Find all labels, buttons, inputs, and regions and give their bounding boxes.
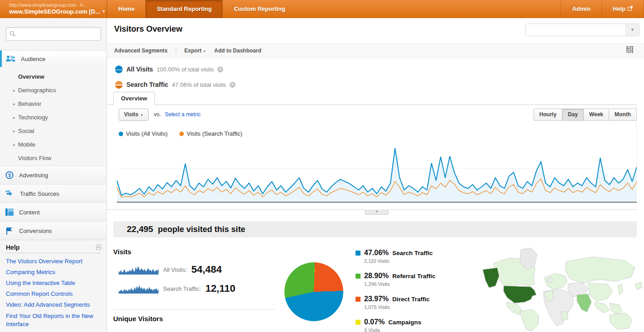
help-link[interactable]: Comparing Metrics <box>6 267 101 278</box>
expand-caret-icon: ▸ <box>13 84 15 97</box>
profile-name: www.SimpleSEOGroup.com [D... <box>9 8 100 15</box>
help-link[interactable]: Using the Interactive Table <box>6 278 101 289</box>
chevron-down-icon: ▼ <box>625 24 639 36</box>
legend-square <box>356 251 360 256</box>
sidebar-item-audience[interactable]: Audience <box>0 50 106 67</box>
sidebar-item-behavior[interactable]: ▸Behavior <box>0 97 106 111</box>
sidebar-item-conversions[interactable]: Conversions <box>0 221 106 240</box>
expand-caret-icon: ▸ <box>13 138 15 152</box>
main-content: Visitors Overview ▼ Advanced Segments Ex… <box>107 18 644 332</box>
help-link[interactable]: Video: Add Advanced Segments <box>6 299 101 310</box>
unique-visitors-value: 22,495 <box>192 330 222 332</box>
segment-search-traffic: Search Traffic 47.06% of total visits ✕ <box>115 80 235 90</box>
legend-dot-all-visits <box>119 132 123 136</box>
tab-overview[interactable]: Overview <box>113 92 155 105</box>
tab-home[interactable]: Home <box>107 0 145 18</box>
granularity-switcher: Hourly Day Week Month <box>533 109 637 121</box>
unique-visitors-heading: Unique Visitors <box>113 315 163 323</box>
tab-standard-reporting[interactable]: Standard Reporting <box>145 0 222 18</box>
date-range-selector[interactable]: ▼ <box>525 24 639 36</box>
granularity-hourly-button[interactable]: Hourly <box>533 109 562 121</box>
help-link[interactable]: The Visitors Overview Report <box>6 256 101 267</box>
remove-segment-icon[interactable]: ✕ <box>230 82 235 88</box>
people-icon <box>5 55 15 62</box>
sidebar-item-technology[interactable]: ▸Technology <box>0 111 106 124</box>
chevron-down-icon: ▼ <box>102 9 106 14</box>
segment-all-visits: All Visits 100.00% of total visits ✕ <box>115 64 223 74</box>
expand-caret-icon: ▸ <box>13 124 15 138</box>
chart-legend: Visits (All Visits) Visits (Search Traff… <box>119 130 242 137</box>
page-title: Visitors Overview <box>114 24 183 34</box>
sidebar-item-label: Audience <box>21 56 45 62</box>
granularity-week-button[interactable]: Week <box>584 109 609 121</box>
sidebar-item-content[interactable]: Content <box>0 203 106 221</box>
sidebar-item-visitors-flow[interactable]: Visitors Flow <box>0 152 106 165</box>
all-visits-value: 54,484 <box>192 264 222 275</box>
sidebar-item-demographics[interactable]: ▸Demographics <box>0 84 106 97</box>
sidebar-item-advertising[interactable]: $ Advertising <box>0 166 106 184</box>
traffic-arrows-icon <box>5 190 14 198</box>
segment-pie-icon <box>115 81 123 89</box>
remove-segment-icon[interactable]: ✕ <box>217 66 223 72</box>
svg-text:$: $ <box>8 173 11 178</box>
sidebar-item-mobile[interactable]: ▸Mobile <box>0 138 106 152</box>
customize-grid-icon[interactable] <box>626 46 634 54</box>
legend-dot-search-traffic <box>179 132 184 136</box>
add-to-dashboard-button[interactable]: Add to Dashboard <box>214 47 261 54</box>
report-toolbar: Advanced Segments Export▼ Add to Dashboa… <box>107 43 644 58</box>
chevron-down-icon: ▼ <box>140 114 143 117</box>
legend-square <box>356 297 360 302</box>
visits-timeline-chart <box>117 140 637 204</box>
sparkline <box>119 283 159 294</box>
granularity-day-button[interactable]: Day <box>562 109 584 121</box>
tab-admin[interactable]: Admin <box>561 0 601 18</box>
search-traffic-value: 12,110 <box>206 283 235 294</box>
segment-pie-icon <box>115 66 123 73</box>
export-button[interactable]: Export▼ <box>184 47 206 54</box>
sidebar-item-social[interactable]: ▸Social <box>0 124 106 138</box>
expand-caret-icon: ▸ <box>13 97 15 111</box>
expand-caret-icon: ▸ <box>13 111 15 124</box>
top-navigation-bar: http://www.simpleseogroup.com - h... www… <box>0 0 644 18</box>
help-link[interactable]: Find Your Old Reports in the New Interfa… <box>6 312 101 328</box>
visitor-count-banner: 22,495 people visited this site <box>113 221 637 237</box>
visits-heading: Visits <box>113 248 131 256</box>
dollar-circle-icon: $ <box>5 171 14 179</box>
legend-square <box>356 320 360 325</box>
collapse-icon[interactable] <box>96 245 101 250</box>
timeline-expander[interactable]: ▼ <box>365 209 389 215</box>
traffic-sources-pie-chart <box>284 262 343 321</box>
layout-icon <box>5 209 14 216</box>
search-icon <box>10 31 16 37</box>
chevron-down-icon: ▼ <box>203 50 206 53</box>
tab-custom-reporting[interactable]: Custom Reporting <box>222 0 296 18</box>
help-link[interactable]: Common Report Controls <box>6 289 101 299</box>
sparkline <box>119 264 159 275</box>
sidebar-item-traffic-sources[interactable]: Traffic Sources <box>0 184 106 203</box>
external-link-icon <box>628 0 633 18</box>
search-input[interactable] <box>6 27 101 41</box>
flag-icon <box>5 227 14 235</box>
legend-square <box>356 274 360 279</box>
sidebar-item-overview[interactable]: Overview <box>0 70 106 84</box>
advanced-segments-button[interactable]: Advanced Segments <box>114 47 168 54</box>
vs-label: vs. <box>154 111 161 118</box>
sidebar: Audience Overview ▸Demographics ▸Behavio… <box>0 18 107 332</box>
help-section-title: Help <box>6 244 19 251</box>
granularity-month-button[interactable]: Month <box>609 109 637 121</box>
tab-help[interactable]: Help <box>601 0 644 18</box>
metric-select[interactable]: Visits▼ <box>119 109 149 121</box>
world-map <box>476 244 644 332</box>
select-a-metric-link[interactable]: Select a metric <box>165 111 201 118</box>
profile-url: http://www.simpleseogroup.com - h... <box>9 2 102 8</box>
account-profile-switcher[interactable]: http://www.simpleseogroup.com - h... www… <box>0 0 107 18</box>
